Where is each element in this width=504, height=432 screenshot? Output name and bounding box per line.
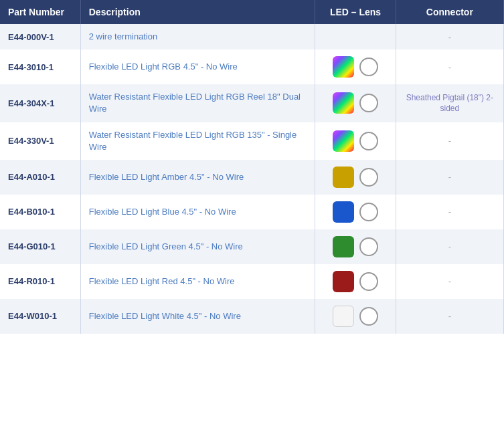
- table-row: E44-B010-1Flexible LED Light Blue 4.5" -…: [0, 195, 504, 229]
- connector-dash: -: [448, 207, 451, 217]
- col-header-led-lens: LED – Lens: [315, 0, 396, 24]
- connector-dash: -: [448, 276, 451, 286]
- cell-part-number: E44-B010-1: [0, 195, 80, 229]
- led-color-icon: [333, 236, 354, 257]
- cell-description: 2 wire termination: [80, 24, 315, 49]
- table-row: E44-3010-1Flexible LED Light RGB 4.5" - …: [0, 49, 504, 84]
- cell-connector: -: [396, 195, 503, 229]
- connector-dash: -: [448, 241, 451, 251]
- cell-led-lens: [315, 229, 396, 264]
- cell-led-lens: [315, 122, 396, 160]
- cell-connector: -: [396, 229, 503, 264]
- led-color-icon: [333, 130, 354, 152]
- col-header-part-number: Part Number: [0, 0, 80, 24]
- led-color-icon: [333, 306, 354, 327]
- table-row: E44-330V-1Water Resistant Flexible LED L…: [0, 122, 504, 160]
- cell-led-lens: [315, 160, 396, 195]
- product-table: Part Number Description LED – Lens Conne…: [0, 0, 504, 334]
- cell-description: Flexible LED Light RGB 4.5" - No Wire: [80, 49, 315, 84]
- cell-description: Flexible LED Light Green 4.5" - No Wire: [80, 229, 315, 264]
- table-row: E44-A010-1Flexible LED Light Amber 4.5" …: [0, 160, 504, 195]
- lens-circle-icon: [359, 272, 378, 291]
- cell-led-lens: [315, 24, 396, 49]
- cell-led-lens: [315, 84, 396, 122]
- cell-led-lens: [315, 299, 396, 334]
- cell-part-number: E44-W010-1: [0, 299, 80, 334]
- connector-dash: -: [448, 136, 451, 146]
- cell-description: Flexible LED Light Red 4.5" - No Wire: [80, 264, 315, 299]
- led-color-icon: [333, 92, 354, 114]
- cell-led-lens: [315, 195, 396, 229]
- cell-description: Water Resistant Flexible LED Light RGB 1…: [80, 122, 315, 160]
- cell-part-number: E44-330V-1: [0, 122, 80, 160]
- lens-circle-icon: [359, 132, 378, 150]
- cell-connector: -: [396, 299, 503, 334]
- lens-circle-icon: [359, 237, 378, 256]
- table-row: E44-R010-1Flexible LED Light Red 4.5" - …: [0, 264, 504, 299]
- cell-part-number: E44-G010-1: [0, 229, 80, 264]
- connector-dash: -: [448, 172, 451, 182]
- cell-description: Water Resistant Flexible LED Light RGB R…: [80, 84, 315, 122]
- col-header-connector: Connector: [396, 0, 503, 24]
- lens-circle-icon: [359, 307, 378, 326]
- connector-dash: -: [448, 62, 451, 72]
- connector-value: Sheathed Pigtail (18") 2-sided: [406, 93, 493, 114]
- cell-part-number: E44-3010-1: [0, 49, 80, 84]
- cell-description: Flexible LED Light Blue 4.5" - No Wire: [80, 195, 315, 229]
- table-row: E44-304X-1Water Resistant Flexible LED L…: [0, 84, 504, 122]
- table-row: E44-000V-12 wire termination-: [0, 24, 504, 49]
- lens-circle-icon: [359, 203, 378, 221]
- led-color-icon: [333, 167, 354, 188]
- lens-circle-icon: [359, 58, 378, 76]
- table-row: E44-W010-1Flexible LED Light White 4.5" …: [0, 299, 504, 334]
- cell-part-number: E44-000V-1: [0, 24, 80, 49]
- cell-connector: -: [396, 49, 503, 84]
- cell-part-number: E44-304X-1: [0, 84, 80, 122]
- cell-led-lens: [315, 264, 396, 299]
- cell-part-number: E44-A010-1: [0, 160, 80, 195]
- lens-circle-icon: [359, 168, 378, 187]
- led-color-icon: [333, 271, 354, 292]
- connector-dash: -: [448, 32, 451, 42]
- cell-connector: -: [396, 24, 503, 49]
- cell-connector: -: [396, 264, 503, 299]
- led-color-icon: [333, 56, 354, 78]
- led-color-icon: [333, 201, 354, 223]
- cell-part-number: E44-R010-1: [0, 264, 80, 299]
- cell-led-lens: [315, 49, 396, 84]
- connector-dash: -: [448, 311, 451, 321]
- cell-connector: Sheathed Pigtail (18") 2-sided: [396, 84, 503, 122]
- cell-description: Flexible LED Light White 4.5" - No Wire: [80, 299, 315, 334]
- cell-connector: -: [396, 160, 503, 195]
- lens-circle-icon: [359, 94, 378, 112]
- col-header-description: Description: [80, 0, 315, 24]
- table-row: E44-G010-1Flexible LED Light Green 4.5" …: [0, 229, 504, 264]
- cell-description: Flexible LED Light Amber 4.5" - No Wire: [80, 160, 315, 195]
- cell-connector: -: [396, 122, 503, 160]
